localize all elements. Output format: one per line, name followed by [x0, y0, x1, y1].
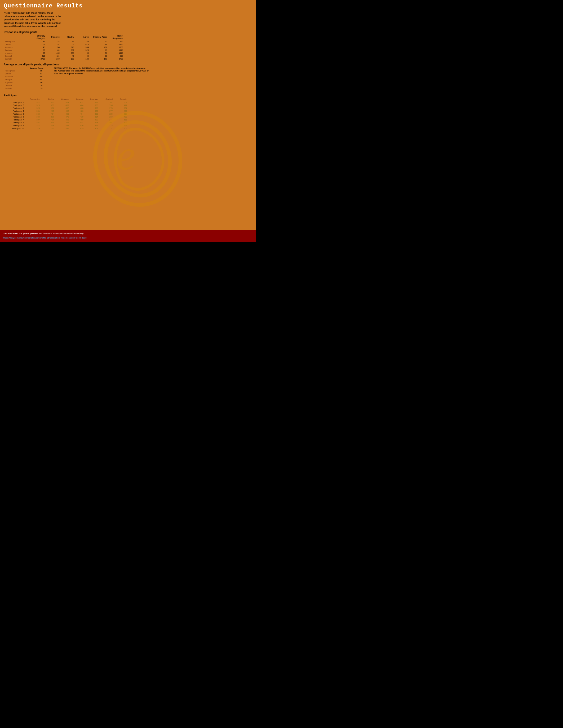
participant-cell-0-2: 504	[55, 101, 70, 104]
responses-cell-6-0: 2718	[28, 57, 46, 60]
avg-row-label-0[interactable]: Recognize	[4, 69, 25, 72]
participant-section: Participant Recognize Define Measure Ana…	[4, 94, 252, 130]
responses-cell-2-5: 1290	[108, 46, 124, 49]
participant-cell-8-5: 172	[99, 124, 114, 127]
page-title: Questionnaire Results	[4, 3, 252, 9]
participant-cell-2-5: 178	[99, 107, 114, 110]
participant-cell-7-1: 510	[41, 121, 55, 124]
intro-text: *Read This: Do Not edit these results, t…	[4, 11, 62, 28]
responses-row-6: Sustain27181601791801633400	[4, 57, 124, 60]
avg-row-label-2[interactable]: Measure	[4, 75, 25, 78]
participant-cell-8-0: 311	[25, 124, 41, 127]
participant-cell-0-3: 412	[70, 101, 84, 104]
avg-row-label-3[interactable]: Analyze	[4, 78, 25, 81]
participant-row-label-1: Participant 2	[4, 104, 25, 107]
special-note-title: SPECIAL NOTE: The use of the AVERAGE as …	[54, 67, 145, 69]
participant-row-label-9: Participant 10	[4, 127, 25, 130]
participant-row-6: Participant 7307496481409299174511	[4, 118, 128, 121]
participant-cell-4-4: 309	[84, 113, 99, 115]
footer-bold-text: This document is a partial preview.	[3, 232, 38, 235]
responses-cell-6-5: 3400	[108, 57, 124, 60]
participant-cell-8-2: 488	[55, 124, 70, 127]
responses-section-title: Responses all participants	[4, 31, 252, 34]
participant-row-7: Participant 8321510483421294181529	[4, 121, 128, 124]
responses-cell-5-1: 424	[46, 55, 61, 57]
responses-row-label-2[interactable]: Measure	[4, 46, 28, 49]
participant-cell-3-5: 177	[99, 110, 114, 113]
responses-col-header-label	[4, 35, 28, 40]
footer-link[interactable]: https://flevy.com/browse/marketplace/ben…	[3, 237, 87, 239]
responses-row-label-3[interactable]: Analyze	[4, 49, 28, 52]
participant-cell-1-6: 477	[114, 104, 128, 107]
participant-cell-4-1: 494	[41, 113, 55, 115]
avg-row-label-4[interactable]: Improve	[4, 81, 25, 84]
responses-row-label-0[interactable]: Recognize	[4, 40, 28, 43]
participant-cell-4-3: 404	[70, 113, 84, 115]
responses-cell-2-3: 384	[75, 46, 90, 49]
participant-col-header-control: Control	[99, 98, 114, 101]
participant-row-label-7: Participant 8	[4, 121, 25, 124]
avg-row-label-6[interactable]: Sustain	[4, 87, 25, 90]
responses-col-header-strongly-disagree: Strongly Disagree	[28, 35, 46, 40]
responses-row-label-6[interactable]: Sustain	[4, 57, 28, 60]
participant-row-9: Participant 10319503491415304174506	[4, 127, 128, 130]
participant-row-2: Participant 3323498497408363178537	[4, 107, 128, 110]
participant-cell-0-1: 495	[41, 101, 55, 104]
participant-cell-4-5: 185	[99, 113, 114, 115]
participant-cell-4-2: 499	[55, 113, 70, 115]
participant-cell-9-0: 319	[25, 127, 41, 130]
responses-row-label-5[interactable]: Control	[4, 55, 28, 57]
participant-row-label-8: Participant 9	[4, 124, 25, 127]
avg-row-value-6: 1.5	[25, 87, 43, 90]
svg-text:e: e	[117, 132, 135, 179]
responses-cell-1-2: 53	[61, 43, 75, 46]
participant-cell-6-1: 496	[41, 118, 55, 121]
participant-cell-2-6: 537	[114, 107, 128, 110]
special-note-body: The Average takes into account the extre…	[54, 70, 149, 74]
participant-cell-3-6: 496	[114, 110, 128, 113]
avg-col-header-score: Average Score	[25, 67, 43, 69]
responses-cell-3-3: 323	[75, 49, 90, 52]
participant-cell-9-4: 304	[84, 127, 99, 130]
avg-row-2: Measure3.8	[4, 75, 43, 78]
responses-cell-5-4: 38	[90, 55, 108, 57]
responses-cell-2-2: 378	[61, 46, 75, 49]
footer-text: This document is a partial preview. Full…	[3, 232, 252, 235]
responses-cell-0-5: 720	[108, 40, 124, 43]
responses-col-header-strongly-agree: Strongly Agree	[90, 35, 108, 40]
avg-row-value-4: 2.6	[25, 81, 43, 84]
participant-cell-6-4: 299	[84, 118, 99, 121]
responses-row-3: Analyze6661591323691126	[4, 49, 124, 52]
participant-col-header-define: Define	[41, 98, 55, 101]
participant-cell-1-0: 323	[25, 104, 41, 107]
avg-row-label-1[interactable]: Define	[4, 72, 25, 75]
participant-row-label-2: Participant 3	[4, 107, 25, 110]
responses-cell-2-0: 46	[28, 46, 46, 49]
participant-section-title: Participant	[4, 94, 252, 97]
avg-row-label-5[interactable]: Control	[4, 84, 25, 87]
responses-row-label-1[interactable]: Define	[4, 43, 28, 46]
participant-cell-3-1: 485	[41, 110, 55, 113]
responses-cell-4-2: 538	[61, 52, 75, 55]
responses-cell-0-0: 47	[28, 40, 46, 43]
responses-cell-0-4: 565	[90, 40, 108, 43]
responses-cell-4-1: 462	[46, 52, 61, 55]
participant-cell-0-6: 504	[114, 101, 128, 104]
participant-cell-5-4: 314	[84, 115, 99, 118]
participant-cell-0-0: 322	[25, 101, 41, 104]
average-section-title: Average score all participants, all ques…	[4, 63, 252, 66]
responses-row-1: Define5837534765461190	[4, 43, 124, 46]
responses-row-label-4[interactable]: Improve	[4, 52, 28, 55]
participant-cell-0-5: 182	[99, 101, 114, 104]
participant-cell-5-3: 419	[70, 115, 84, 118]
participant-row-4: Participant 5326494499404309185518	[4, 113, 128, 115]
participant-cell-8-1: 516	[41, 124, 55, 127]
responses-cell-5-5: 978	[108, 55, 124, 57]
responses-col-header-neutral: Neutral	[61, 35, 75, 40]
responses-cell-1-3: 476	[75, 43, 90, 46]
responses-cell-6-3: 180	[75, 57, 90, 60]
responses-cell-3-2: 591	[61, 49, 75, 52]
responses-cell-5-0: 410	[28, 55, 46, 57]
participant-cell-3-4: 320	[84, 110, 99, 113]
avg-row-0: Recognize4.5	[4, 69, 43, 72]
